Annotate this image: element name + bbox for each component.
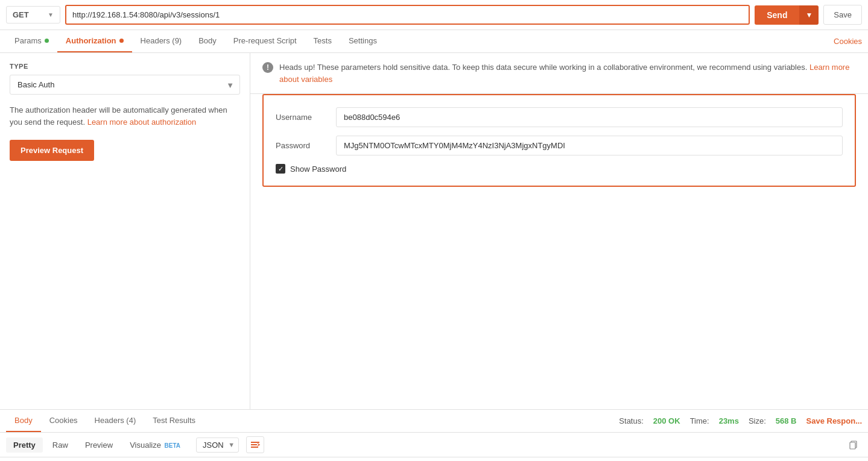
tab-headers[interactable]: Headers (9) — [132, 30, 191, 52]
warning-banner: ! Heads up! These parameters hold sensit… — [250, 53, 868, 94]
code-tab-pretty[interactable]: Pretty — [6, 437, 43, 453]
wrap-icon — [250, 439, 261, 450]
status-label: Status: — [619, 416, 643, 425]
username-row: Username — [276, 107, 843, 127]
auth-fields-box: Username Password ✓ Show Password — [262, 94, 856, 187]
tab-body-label: Body — [198, 36, 217, 45]
type-select-wrapper: Basic Auth ▼ — [10, 75, 240, 95]
tab-pre-request-label: Pre-request Script — [233, 36, 297, 45]
username-input[interactable] — [336, 107, 843, 127]
beta-badge: BETA — [165, 442, 180, 449]
preview-request-button[interactable]: Preview Request — [10, 140, 94, 161]
show-password-checkbox[interactable]: ✓ — [276, 164, 285, 174]
url-input[interactable] — [65, 5, 750, 25]
username-label: Username — [276, 113, 324, 122]
request-tabs: Params Authorization Headers (9) Body Pr… — [0, 30, 868, 53]
tab-tests-label: Tests — [314, 36, 332, 45]
status-value: 200 OK — [653, 416, 680, 425]
warning-icon: ! — [262, 62, 273, 73]
send-button[interactable]: Send — [755, 5, 799, 25]
bottom-section: Body Cookies Headers (4) Test Results St… — [0, 409, 868, 461]
left-panel: TYPE Basic Auth ▼ The authorization head… — [0, 53, 250, 409]
method-select[interactable]: GET ▼ — [6, 6, 60, 24]
type-label: TYPE — [10, 63, 240, 70]
top-bar: GET ▼ Send ▼ Save — [0, 0, 868, 30]
params-dot — [45, 39, 49, 43]
svg-rect-1 — [251, 444, 257, 445]
save-response-button[interactable]: Save Respon... — [806, 416, 862, 425]
copy-button[interactable] — [845, 436, 862, 453]
authorization-dot — [119, 39, 124, 43]
code-area: 1 { 2 "code": 0, 3 "data": [ 4 { 5 "awai… — [0, 457, 868, 461]
bottom-tab-cookies[interactable]: Cookies — [41, 410, 86, 432]
tab-headers-label: Headers (9) — [141, 36, 182, 45]
code-tabs: Pretty Raw Preview Visualize BETA JSON ▼ — [0, 433, 868, 457]
svg-rect-0 — [251, 442, 259, 443]
bottom-tab-headers[interactable]: Headers (4) — [86, 410, 145, 432]
learn-more-link[interactable]: Learn more about authorization — [87, 118, 197, 127]
size-label: Size: — [749, 416, 766, 425]
right-panel: ! Heads up! These parameters hold sensit… — [250, 53, 868, 409]
tab-settings[interactable]: Settings — [340, 30, 385, 52]
json-format-select[interactable]: JSON — [196, 437, 239, 453]
password-input[interactable] — [336, 136, 843, 155]
send-dropdown-button[interactable]: ▼ — [799, 5, 819, 25]
wrap-lines-button[interactable] — [246, 436, 264, 453]
checkbox-check-icon: ✓ — [278, 165, 284, 173]
tab-settings-label: Settings — [349, 36, 377, 45]
tab-params-label: Params — [14, 36, 42, 45]
tab-tests[interactable]: Tests — [305, 30, 340, 52]
code-tab-preview[interactable]: Preview — [78, 437, 120, 453]
show-password-label: Show Password — [290, 165, 346, 174]
method-chevron-icon: ▼ — [48, 11, 54, 18]
bottom-tab-test-results[interactable]: Test Results — [144, 410, 204, 432]
bottom-tab-body[interactable]: Body — [6, 410, 41, 432]
method-value: GET — [13, 10, 29, 19]
type-select[interactable]: Basic Auth — [10, 75, 240, 95]
time-label: Time: — [690, 416, 709, 425]
bottom-tabs: Body Cookies Headers (4) Test Results St… — [0, 410, 868, 433]
code-tab-visualize[interactable]: Visualize BETA — [122, 437, 188, 453]
password-row: Password — [276, 136, 843, 155]
time-value: 23ms — [719, 416, 739, 425]
cookies-link[interactable]: Cookies — [834, 37, 862, 46]
tab-pre-request-script[interactable]: Pre-request Script — [225, 30, 305, 52]
copy-icon — [849, 440, 858, 450]
status-bar: Status: 200 OK Time: 23ms Size: 568 B Sa… — [619, 416, 862, 425]
save-button[interactable]: Save — [823, 5, 862, 25]
main-area: TYPE Basic Auth ▼ The authorization head… — [0, 53, 868, 409]
auth-description: The authorization header will be automat… — [10, 104, 240, 128]
password-label: Password — [276, 141, 324, 150]
code-tab-raw[interactable]: Raw — [45, 437, 75, 453]
tab-params[interactable]: Params — [6, 30, 57, 52]
svg-rect-2 — [251, 447, 258, 448]
warning-text: Heads up! These parameters hold sensitiv… — [279, 61, 856, 85]
tab-authorization[interactable]: Authorization — [57, 30, 132, 52]
tab-body[interactable]: Body — [190, 30, 225, 52]
send-btn-group: Send ▼ — [755, 5, 819, 25]
size-value: 568 B — [776, 416, 797, 425]
json-format-wrapper: JSON ▼ — [196, 437, 239, 453]
show-password-row: ✓ Show Password — [276, 164, 843, 174]
svg-rect-4 — [850, 442, 855, 449]
tab-authorization-label: Authorization — [66, 36, 116, 45]
